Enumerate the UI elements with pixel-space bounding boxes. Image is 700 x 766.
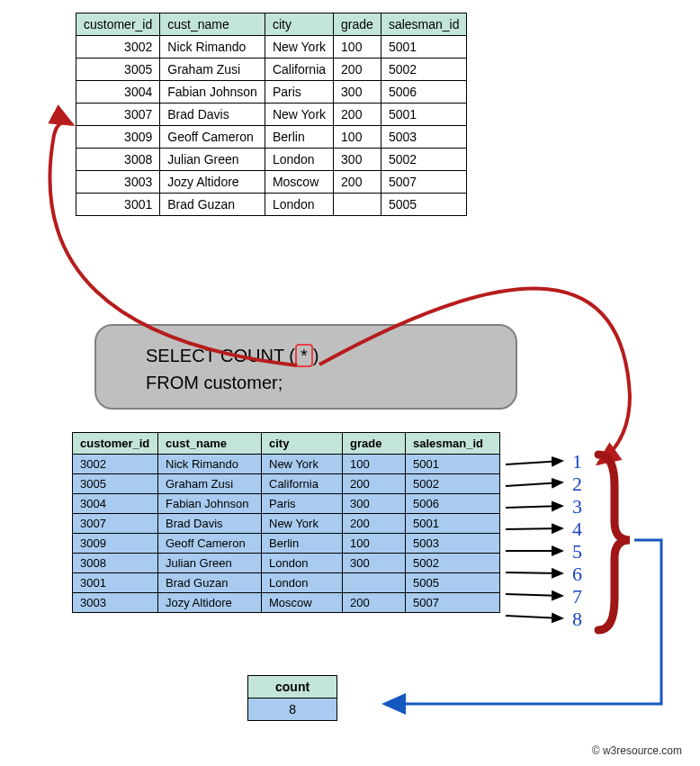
cell: 100 xyxy=(343,534,406,554)
table-row: 3002Nick RimandoNew York1005001 xyxy=(76,36,467,59)
row-number: 8 xyxy=(572,608,582,631)
selected-table: customer_id cust_name city grade salesma… xyxy=(72,432,500,613)
sql-text: FROM customer; xyxy=(146,369,466,396)
cell: 3009 xyxy=(73,534,158,554)
table-row: 3001Brad GuzanLondon5005 xyxy=(73,573,500,593)
cell: 3005 xyxy=(73,474,158,494)
cell: Brad Guzan xyxy=(160,194,265,216)
svg-line-0 xyxy=(506,461,562,464)
table-row: 3003Jozy AltidoreMoscow2005007 xyxy=(73,593,500,613)
cell: 3001 xyxy=(76,194,160,216)
sql-text: SELECT COUNT ( xyxy=(146,346,295,365)
cell: 5002 xyxy=(406,474,500,494)
cell: Nick Rimando xyxy=(160,36,265,59)
cell: 3008 xyxy=(76,149,160,171)
th: city xyxy=(265,14,333,36)
cell: 3003 xyxy=(76,171,160,194)
th: customer_id xyxy=(73,433,158,455)
curly-brace xyxy=(598,455,630,630)
table-row: 3007Brad DavisNew York 2005001 xyxy=(76,104,467,126)
row-arrows xyxy=(506,461,562,618)
cell: 200 xyxy=(343,514,406,534)
cell: Jozy Altidore xyxy=(158,593,262,613)
svg-line-6 xyxy=(506,594,562,596)
svg-line-5 xyxy=(506,572,562,573)
svg-line-3 xyxy=(506,528,562,529)
cell: 5001 xyxy=(406,455,500,474)
cell: 3002 xyxy=(73,455,158,474)
cell: 5003 xyxy=(406,534,500,554)
cell: 5005 xyxy=(381,194,467,216)
cell: 5001 xyxy=(406,514,500,534)
table-row: 3008Julian GreenLondon3005002 xyxy=(76,149,467,171)
cell: London xyxy=(262,573,343,593)
table-row: 3004Fabian JohnsonParis3005006 xyxy=(76,81,467,104)
cell: London xyxy=(262,554,343,573)
cell: 5005 xyxy=(406,573,500,593)
row-number: 4 xyxy=(572,518,582,541)
table-row: 3008Julian GreenLondon3005002 xyxy=(73,554,500,573)
cell: Jozy Altidore xyxy=(160,171,265,194)
cell: 5001 xyxy=(381,104,467,126)
cell: 3002 xyxy=(76,36,160,59)
cell: Berlin xyxy=(262,534,343,554)
row-number: 7 xyxy=(572,585,582,608)
svg-line-1 xyxy=(506,482,562,486)
cell: 3003 xyxy=(73,593,158,613)
table-row: 3005Graham ZusiCalifornia2005002 xyxy=(76,59,467,81)
cell: 300 xyxy=(334,149,381,171)
th: customer_id xyxy=(76,14,160,36)
cell: 200 xyxy=(334,104,381,126)
svg-line-7 xyxy=(506,616,562,618)
cell: California xyxy=(265,59,333,81)
cell: Moscow xyxy=(262,593,343,613)
table-row: 3003Jozy AltidoreMoscow2005007 xyxy=(76,171,467,194)
cell: New York xyxy=(265,36,333,59)
svg-line-2 xyxy=(506,506,562,508)
table-row: 3001Brad GuzanLondon5005 xyxy=(76,194,467,216)
cell: New York xyxy=(265,104,333,126)
sql-query-box: SELECT COUNT (*) FROM customer; xyxy=(94,324,517,410)
cell: 100 xyxy=(334,126,381,149)
cell: Fabian Johnson xyxy=(160,81,265,104)
cell: 200 xyxy=(334,171,381,194)
cell: Berlin xyxy=(265,126,333,149)
row-number: 6 xyxy=(572,563,582,586)
cell: Graham Zusi xyxy=(160,59,265,81)
cell: Brad Davis xyxy=(158,514,262,534)
source-table: customer_id cust_name city grade salesma… xyxy=(76,13,467,216)
cell: 5001 xyxy=(381,36,467,59)
cell: 3007 xyxy=(76,104,160,126)
cell: Graham Zusi xyxy=(158,474,262,494)
cell: Brad Davis xyxy=(160,104,265,126)
cell: 5002 xyxy=(381,149,467,171)
cell: 3001 xyxy=(73,573,158,593)
cell: 300 xyxy=(343,554,406,573)
cell xyxy=(334,194,381,216)
cell: 200 xyxy=(334,59,381,81)
cell: 100 xyxy=(343,455,406,474)
result-table: count 8 xyxy=(247,675,337,721)
cell: Fabian Johnson xyxy=(158,494,262,514)
th: city xyxy=(262,433,343,455)
cell: Nick Rimando xyxy=(158,455,262,474)
cell: London xyxy=(265,149,333,171)
th: cust_name xyxy=(160,14,265,36)
row-number: 2 xyxy=(572,473,582,496)
footer-credit: © w3resource.com xyxy=(592,744,682,757)
th: salesman_id xyxy=(381,14,467,36)
cell: 3004 xyxy=(73,494,158,514)
cell: 3008 xyxy=(73,554,158,573)
cell: Julian Green xyxy=(158,554,262,573)
cell: 200 xyxy=(343,474,406,494)
cell: Brad Guzan xyxy=(158,573,262,593)
cell: New York xyxy=(262,455,343,474)
cell: 3007 xyxy=(73,514,158,534)
table-row: 3009Geoff CameronBerlin1005003 xyxy=(73,534,500,554)
th: cust_name xyxy=(158,433,262,455)
th: grade xyxy=(334,14,381,36)
cell: 5007 xyxy=(381,171,467,194)
table-row: 3009Geoff CameronBerlin1005003 xyxy=(76,126,467,149)
th: salesman_id xyxy=(406,433,500,455)
cell: 3009 xyxy=(76,126,160,149)
